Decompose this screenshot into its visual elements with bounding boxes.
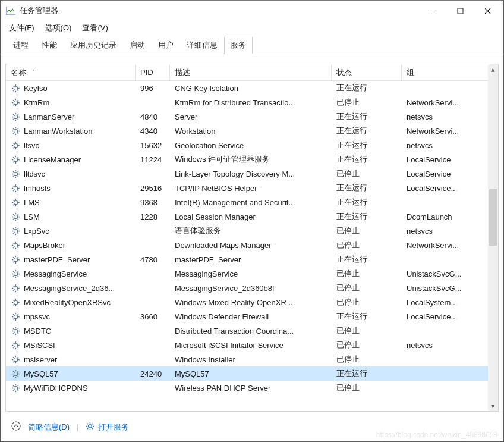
svg-line-163 (13, 328, 14, 329)
maximize-button[interactable] (446, 2, 474, 20)
cell-group: netsvcs (402, 338, 498, 352)
svg-line-192 (13, 375, 14, 376)
svg-line-66 (13, 175, 14, 176)
scroll-thumb[interactable] (489, 189, 497, 246)
table-row[interactable]: MSDTCDistributed Transaction Coordina...… (6, 324, 498, 338)
table-row[interactable]: mpssvc3660Windows Defender Firewall正在运行L… (6, 309, 498, 324)
tab-6[interactable]: 服务 (224, 37, 253, 54)
chevron-up-icon[interactable] (11, 421, 21, 432)
svg-line-211 (87, 428, 88, 428)
scroll-up-icon[interactable]: ▴ (488, 64, 498, 74)
svg-line-210 (92, 428, 93, 428)
table-row[interactable]: LicenseManager11224Windows 许可证管理器服务正在运行L… (6, 152, 498, 167)
table-row[interactable]: masterPDF_Server4780masterPDF_Server正在运行 (6, 252, 498, 267)
vertical-scrollbar[interactable]: ▴ ▾ (488, 64, 498, 411)
table-row[interactable]: LxpSvc语言体验服务已停止netsvcs (6, 224, 498, 238)
table-row[interactable]: LanmanServer4840Server正在运行netsvcs (6, 109, 498, 124)
service-icon (11, 83, 20, 93)
svg-line-181 (13, 357, 14, 358)
svg-point-5 (14, 86, 17, 90)
table-row[interactable]: lltdsvcLink-Layer Topology Discovery M..… (6, 167, 498, 181)
menu-view[interactable]: 查看(V) (78, 21, 111, 35)
cell-group: NetworkServi... (402, 238, 498, 252)
svg-line-156 (13, 318, 14, 319)
tab-3[interactable]: 启动 (123, 37, 152, 54)
svg-line-193 (17, 371, 18, 372)
cell-pid (136, 95, 170, 109)
table-row[interactable]: LanmanWorkstation4340Workstation正在运行Netw… (6, 124, 498, 138)
col-group[interactable]: 组 (402, 64, 498, 81)
service-icon (11, 312, 20, 321)
svg-line-74 (17, 190, 18, 190)
service-icon (11, 140, 20, 150)
svg-line-146 (17, 304, 18, 305)
table-row[interactable]: MySQL5724240MySQL57正在运行 (6, 366, 498, 381)
table-row[interactable]: KtmRmKtmRm for Distributed Transactio...… (6, 95, 498, 109)
svg-line-212 (92, 423, 93, 424)
svg-point-194 (14, 386, 17, 390)
cell-group: NetworkServi... (402, 124, 498, 138)
cell-status: 正在运行 (332, 209, 402, 224)
cell-desc: Windows Installer (170, 352, 332, 366)
table-row[interactable]: MessagingServiceMessagingService已停止Unist… (6, 267, 498, 281)
cell-desc: MessagingService (170, 267, 332, 281)
col-status[interactable]: 状态 (332, 64, 402, 81)
svg-point-32 (14, 129, 17, 133)
cell-status: 已停止 (332, 167, 402, 181)
table-row[interactable]: MixedRealityOpenXRSvcWindows Mixed Reali… (6, 295, 498, 309)
tab-2[interactable]: 应用历史记录 (64, 37, 123, 54)
service-icon (11, 369, 20, 378)
svg-point-122 (14, 272, 17, 275)
svg-line-164 (17, 333, 18, 333)
cell-desc: MySQL57 (170, 366, 332, 381)
footer-separator: | (77, 422, 78, 431)
table-row[interactable]: MessagingService_2d36...MessagingService… (6, 281, 498, 295)
menu-file[interactable]: 文件(F) (5, 21, 38, 35)
services-icon (86, 422, 94, 432)
service-icon (11, 240, 20, 250)
column-headers: 名称˄ PID 描述 状态 组 (6, 64, 498, 81)
cell-desc: Intel(R) Management and Securit... (170, 195, 332, 209)
service-icon (11, 183, 20, 193)
table-row[interactable]: MyWiFiDHCPDNSWireless PAN DHCP Server已停止 (6, 381, 498, 395)
menu-options[interactable]: 选项(O) (42, 21, 75, 35)
svg-line-172 (13, 343, 14, 343)
svg-line-154 (13, 314, 14, 315)
table-row[interactable]: KeyIso996CNG Key Isolation正在运行 (6, 81, 498, 95)
cell-pid (136, 324, 170, 338)
tab-4[interactable]: 用户 (152, 37, 180, 54)
table-row[interactable]: lmhosts29516TCP/IP NetBIOS Helper正在运行Loc… (6, 181, 498, 195)
cell-status: 已停止 (332, 381, 402, 395)
svg-point-167 (14, 343, 17, 347)
svg-line-22 (17, 100, 18, 101)
cell-name: MSDTC (6, 324, 136, 338)
open-services-link[interactable]: 打开服务 (86, 422, 129, 432)
table-row[interactable]: MSiSCSIMicrosoft iSCSI Initiator Service… (6, 338, 498, 352)
service-icon (11, 283, 20, 293)
tab-1[interactable]: 性能 (35, 37, 64, 54)
col-desc[interactable]: 描述 (170, 64, 332, 81)
tab-0[interactable]: 进程 (7, 37, 35, 54)
svg-line-120 (13, 261, 14, 262)
cell-desc: masterPDF_Server (170, 252, 332, 267)
cell-group: netsvcs (402, 138, 498, 152)
table-row[interactable]: lfsvc15632Geolocation Service正在运行netsvcs (6, 138, 498, 152)
cell-group: DcomLaunch (402, 209, 498, 224)
cell-group: LocalService... (402, 309, 498, 324)
table-row[interactable]: LSM1228Local Session Manager正在运行DcomLaun… (6, 209, 498, 224)
table-row[interactable]: msiserverWindows Installer已停止 (6, 352, 498, 366)
brief-info-link[interactable]: 简略信息(D) (28, 422, 70, 432)
cell-name: lmhosts (6, 181, 136, 195)
service-icon (11, 340, 20, 350)
col-name[interactable]: 名称˄ (6, 64, 136, 81)
svg-line-182 (17, 361, 18, 362)
minimize-button[interactable] (419, 2, 446, 20)
table-row[interactable]: MapsBrokerDownloaded Maps Manager已停止Netw… (6, 238, 498, 252)
cell-group: UnistackSvcG... (402, 281, 498, 295)
scroll-down-icon[interactable]: ▾ (488, 401, 498, 411)
col-pid[interactable]: PID (136, 64, 170, 81)
footer: 简略信息(D) | 打开服务 (1, 412, 503, 441)
close-button[interactable] (474, 2, 501, 20)
tab-5[interactable]: 详细信息 (180, 37, 224, 54)
table-row[interactable]: LMS9368Intel(R) Management and Securit..… (6, 195, 498, 209)
